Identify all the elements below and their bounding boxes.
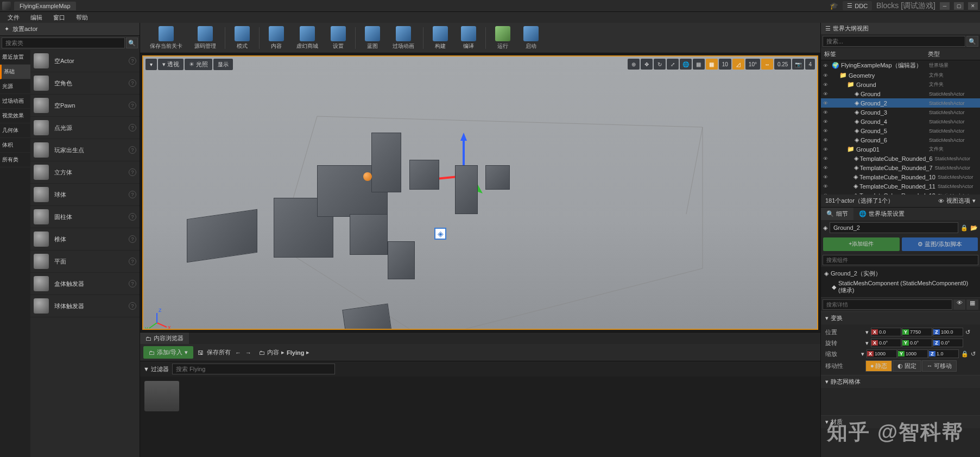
- toolbar-运行[interactable]: 运行: [489, 24, 516, 52]
- place-item[interactable]: 球体触发器?: [30, 295, 140, 317]
- component-search-input[interactable]: [823, 255, 978, 265]
- toolbar-设置[interactable]: 设置: [325, 24, 352, 52]
- toolbar-保存当前关卡[interactable]: 保存当前关卡: [144, 24, 188, 52]
- place-item[interactable]: 椎体?: [30, 228, 140, 251]
- info-icon[interactable]: ?: [129, 124, 136, 132]
- place-item[interactable]: 点光源?: [30, 117, 140, 139]
- nav-fwd-icon[interactable]: →: [245, 349, 251, 356]
- outliner-search-input[interactable]: [823, 36, 965, 47]
- outliner-row[interactable]: 👁◈TemplateCube_Rounded_7StaticMeshActor: [821, 163, 980, 172]
- location-y[interactable]: [909, 328, 932, 336]
- info-icon[interactable]: ?: [129, 302, 136, 310]
- toolbar-构建[interactable]: 构建: [427, 24, 454, 52]
- mobility-movable[interactable]: ↔ 可移动: [922, 360, 957, 372]
- place-actors-header[interactable]: ✦ 放置actor: [0, 23, 140, 36]
- actor-name-input[interactable]: [830, 222, 958, 233]
- outliner-row[interactable]: 👁◈Ground_4StaticMeshActor: [821, 117, 980, 126]
- place-item[interactable]: 平面?: [30, 251, 140, 273]
- folder-item[interactable]: [144, 381, 179, 411]
- cat-geometry[interactable]: 几何体: [0, 123, 30, 138]
- material-section-header[interactable]: ▾材质: [821, 416, 980, 428]
- visibility-icon[interactable]: 👁: [823, 184, 829, 189]
- visibility-icon[interactable]: 👁: [823, 63, 830, 68]
- visibility-icon[interactable]: 👁: [823, 119, 830, 124]
- info-icon[interactable]: ?: [129, 79, 136, 87]
- outliner-row[interactable]: 👁◈TemplateCube_Rounded_12StaticMeshActor: [821, 191, 980, 195]
- outliner-row[interactable]: 👁📁Ground文件夹: [821, 80, 980, 89]
- viewport[interactable]: ▾ ▾透视 ☀光照 显示 ⊕ ✥ ↻ ⤢ 🌐 ▦ ▦ 10 ◿ 10° ↔: [142, 55, 818, 330]
- add-import-button[interactable]: 🗀添加/导入▾: [143, 346, 193, 359]
- visibility-icon[interactable]: 👁: [823, 110, 830, 115]
- cat-basic[interactable]: 基础: [0, 65, 30, 79]
- outliner-row[interactable]: 👁◈GroundStaticMeshActor: [821, 89, 980, 98]
- cat-volumes[interactable]: 体积: [0, 138, 30, 153]
- info-icon[interactable]: ?: [129, 102, 136, 109]
- toolbar-源码管理[interactable]: 源码管理: [189, 24, 222, 52]
- tab-world-settings[interactable]: 🌐世界场景设置: [853, 208, 910, 220]
- place-item[interactable]: 盒体触发器?: [30, 273, 140, 295]
- scale-x[interactable]: [874, 350, 896, 358]
- content-browser-tab[interactable]: 🗀 内容浏览器: [140, 333, 189, 344]
- cat-all[interactable]: 所有类: [0, 153, 30, 167]
- minimize-button[interactable]: ─: [940, 2, 950, 10]
- details-search-input[interactable]: [823, 299, 952, 310]
- place-item[interactable]: 圆柱体?: [30, 206, 140, 228]
- cat-recent[interactable]: 最近放置: [0, 50, 30, 65]
- view-options-button[interactable]: 👁视图选项▾: [938, 197, 976, 205]
- place-item[interactable]: 立方体?: [30, 161, 140, 184]
- outliner-row[interactable]: 👁🌍FlyingExampleMap（编辑器）世界场景: [821, 60, 980, 71]
- visibility-icon[interactable]: 👁: [823, 147, 830, 152]
- outliner-header[interactable]: ☰ 世界大纲视图: [821, 23, 980, 34]
- reset-icon[interactable]: ↺: [971, 350, 976, 358]
- visibility-icon[interactable]: 👁: [823, 82, 830, 87]
- visibility-icon[interactable]: 👁: [823, 156, 829, 161]
- place-item[interactable]: 玩家出生点?: [30, 139, 140, 161]
- visibility-icon[interactable]: 👁: [823, 101, 830, 106]
- component-root[interactable]: ◈Ground_2（实例）: [824, 268, 977, 279]
- visibility-icon[interactable]: 👁: [823, 137, 830, 143]
- search-icon[interactable]: 🔍: [966, 36, 978, 47]
- info-icon[interactable]: ?: [129, 258, 136, 265]
- outliner-row[interactable]: 👁◈Ground_2StaticMeshActor: [821, 98, 980, 108]
- eye-icon[interactable]: 👁: [953, 299, 965, 310]
- info-icon[interactable]: ?: [129, 57, 136, 65]
- add-component-button[interactable]: +添加组件: [823, 237, 900, 251]
- place-item[interactable]: 球体?: [30, 184, 140, 206]
- menu-file[interactable]: 文件: [3, 12, 24, 23]
- reset-icon[interactable]: ↺: [965, 329, 970, 336]
- cat-cinematic[interactable]: 过场动画: [0, 94, 30, 109]
- place-item[interactable]: 空Actor?: [30, 50, 140, 72]
- toolbar-过场动画[interactable]: 过场动画: [387, 24, 420, 52]
- visibility-icon[interactable]: 👁: [823, 174, 829, 180]
- mobility-stationary[interactable]: ◐ 固定: [893, 360, 921, 372]
- outliner-row[interactable]: 👁◈Ground_5StaticMeshActor: [821, 126, 980, 135]
- search-icon[interactable]: 🔍: [126, 37, 138, 48]
- visibility-icon[interactable]: 👁: [823, 165, 829, 171]
- save-all-button[interactable]: 🖫保存所有: [198, 348, 231, 356]
- tab-details[interactable]: 🔍细节: [821, 208, 853, 220]
- scale-y[interactable]: [905, 350, 927, 358]
- location-x[interactable]: [878, 328, 901, 336]
- browse-icon[interactable]: 📂: [970, 224, 978, 231]
- visibility-icon[interactable]: 👁: [823, 91, 830, 97]
- info-icon[interactable]: ?: [129, 146, 136, 154]
- grad-cap-icon[interactable]: 🎓: [830, 2, 838, 10]
- toolbar-内容[interactable]: 内容: [263, 24, 290, 52]
- info-icon[interactable]: ?: [129, 213, 136, 221]
- info-icon[interactable]: ?: [129, 191, 136, 198]
- lock-icon[interactable]: 🔒: [960, 224, 968, 231]
- ddc-button[interactable]: ☰DDC: [843, 1, 872, 10]
- breadcrumb[interactable]: 🗀内容▸ Flying▸: [256, 347, 313, 358]
- place-item[interactable]: 空角色?: [30, 72, 140, 95]
- menu-help[interactable]: 帮助: [72, 12, 92, 23]
- component-static-mesh[interactable]: ◆StaticMeshComponent (StaticMeshComponen…: [824, 279, 977, 296]
- rotation-z[interactable]: [940, 339, 963, 347]
- menu-window[interactable]: 窗口: [49, 12, 69, 23]
- place-item[interactable]: 空Pawn?: [30, 95, 140, 117]
- rotation-x[interactable]: [878, 339, 901, 347]
- toolbar-启动[interactable]: 启动: [517, 24, 545, 52]
- outliner-row[interactable]: 👁◈TemplateCube_Rounded_11StaticMeshActor: [821, 181, 980, 191]
- reflection-capture-icon[interactable]: ◈: [434, 228, 446, 240]
- blueprint-button[interactable]: ⚙ 蓝图/添加脚本: [902, 237, 978, 251]
- content-search-input[interactable]: [172, 364, 335, 374]
